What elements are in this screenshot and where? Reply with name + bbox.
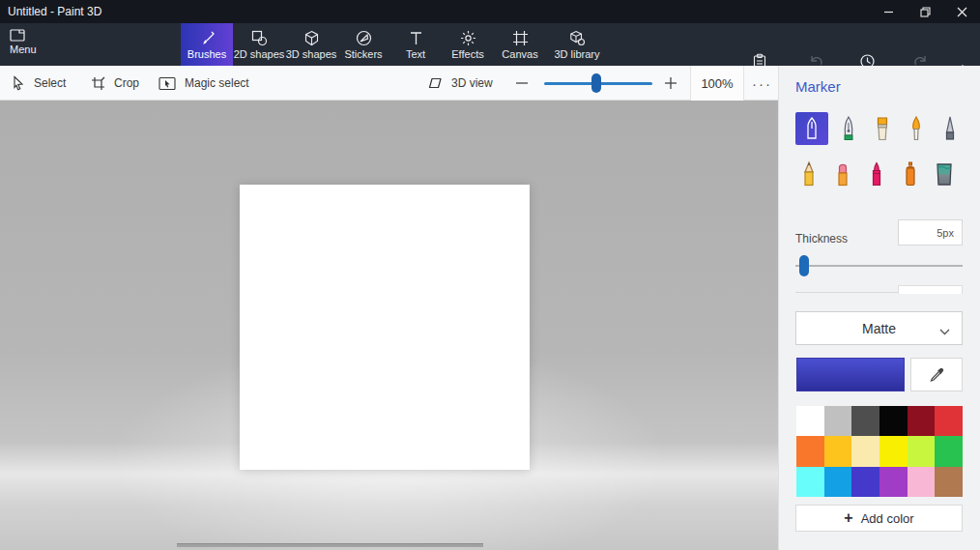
zoom-slider-thumb[interactable] xyxy=(591,73,601,93)
stickers-icon xyxy=(356,30,372,46)
menu-label: Menu xyxy=(10,43,37,55)
palette-swatch[interactable] xyxy=(908,406,936,436)
plus-icon: + xyxy=(844,510,852,526)
eyedropper-icon xyxy=(929,367,944,383)
watercolour-icon xyxy=(906,115,927,142)
palette-swatch[interactable] xyxy=(824,436,852,466)
palette-swatch[interactable] xyxy=(935,467,963,497)
brush-eraser[interactable] xyxy=(829,158,856,190)
thickness-slider-track[interactable] xyxy=(795,265,963,267)
thickness-label: Thickness xyxy=(795,232,848,246)
menu-button[interactable]: Menu xyxy=(0,23,50,66)
minimize-icon xyxy=(883,7,894,17)
brush-oil-brush[interactable] xyxy=(869,112,896,145)
crop-tool[interactable]: Crop xyxy=(91,66,139,101)
palette-swatch[interactable] xyxy=(824,406,852,436)
palette-swatch[interactable] xyxy=(851,406,879,436)
palette-swatch[interactable] xyxy=(796,406,824,436)
ribbon-toolbar: Menu Brushes 2D shapes 3D shapes Sticker… xyxy=(0,23,980,66)
minus-icon xyxy=(515,76,529,90)
thickness-input[interactable]: 5px xyxy=(898,219,963,246)
zoom-in-button[interactable] xyxy=(661,66,680,101)
eraser-icon xyxy=(832,160,853,188)
opacity-input-partial xyxy=(898,285,963,294)
magic-select-label: Magic select xyxy=(185,76,249,90)
current-color-swatch[interactable] xyxy=(796,358,905,391)
chevron-down-icon xyxy=(939,323,950,338)
ellipsis-icon: ··· xyxy=(752,75,772,92)
palette-swatch[interactable] xyxy=(851,467,879,497)
zoom-value: 100% xyxy=(701,76,733,91)
tab-effects[interactable]: Effects xyxy=(442,23,494,66)
zoom-slider[interactable] xyxy=(544,66,652,101)
magic-select-tool[interactable]: Magic select xyxy=(159,66,249,101)
crop-label: Crop xyxy=(114,76,139,90)
tab-text[interactable]: Text xyxy=(389,23,442,66)
brush-pencil[interactable] xyxy=(795,158,822,190)
3d-library-icon xyxy=(569,30,586,46)
tab-brushes[interactable]: Brushes xyxy=(181,23,233,66)
zoom-out-button[interactable] xyxy=(512,66,532,101)
ribbon-tabs: Brushes 2D shapes 3D shapes Stickers Tex… xyxy=(181,23,608,66)
eyedropper-button[interactable] xyxy=(910,358,963,391)
window-title: Untitled - Paint 3D xyxy=(8,5,101,18)
palette-swatch[interactable] xyxy=(796,467,824,497)
palette-swatch[interactable] xyxy=(851,436,879,466)
palette-swatch[interactable] xyxy=(908,436,936,466)
brush-marker[interactable] xyxy=(795,112,828,145)
workspace xyxy=(0,101,778,550)
marker-icon xyxy=(801,116,822,141)
oil-brush-icon xyxy=(872,115,893,142)
finish-selected-value: Matte xyxy=(862,321,896,336)
horizontal-scrollbar[interactable] xyxy=(177,543,483,547)
minimize-button[interactable] xyxy=(872,0,905,23)
maximize-button[interactable] xyxy=(908,0,941,23)
brush-watercolour[interactable] xyxy=(903,112,930,145)
tab-3d-library[interactable]: 3D library xyxy=(546,23,608,66)
calligraphy-pen-icon xyxy=(838,115,859,142)
crop-icon xyxy=(91,76,105,91)
brush-spray-can[interactable] xyxy=(897,158,924,190)
palette-swatch[interactable] xyxy=(935,436,963,466)
brush-pixel-pen[interactable] xyxy=(937,112,964,145)
spray-can-icon xyxy=(900,160,921,188)
palette-swatch[interactable] xyxy=(824,467,852,497)
tab-canvas[interactable]: Canvas xyxy=(494,23,546,66)
tab-2d-shapes[interactable]: 2D shapes xyxy=(233,23,285,66)
canvas-icon xyxy=(512,30,529,46)
palette-swatch[interactable] xyxy=(879,406,908,436)
tab-label: Brushes xyxy=(187,48,226,60)
brush-fill[interactable] xyxy=(931,158,958,190)
close-button[interactable] xyxy=(945,0,978,23)
tab-3d-shapes[interactable]: 3D shapes xyxy=(285,23,337,66)
3d-view-label: 3D view xyxy=(451,76,493,90)
text-icon xyxy=(408,30,424,46)
section-divider xyxy=(795,292,898,293)
3d-view-icon xyxy=(425,76,443,90)
select-cursor-icon xyxy=(12,75,25,91)
zoom-percentage[interactable]: 100% xyxy=(690,66,744,101)
palette-swatch[interactable] xyxy=(908,467,936,497)
3d-shapes-icon xyxy=(303,30,320,46)
thickness-slider[interactable] xyxy=(795,255,963,276)
finish-dropdown[interactable]: Matte xyxy=(795,311,963,345)
tab-label: Effects xyxy=(451,48,483,60)
more-options-button[interactable]: ··· xyxy=(746,66,778,101)
palette-swatch[interactable] xyxy=(796,436,824,466)
2d-shapes-icon xyxy=(251,30,268,46)
add-color-button[interactable]: + Add color xyxy=(795,505,963,532)
brush-row-1 xyxy=(795,112,964,145)
drawing-canvas[interactable] xyxy=(240,185,530,470)
brush-calligraphy-pen[interactable] xyxy=(835,112,862,145)
select-tool[interactable]: Select xyxy=(12,66,66,101)
add-color-label: Add color xyxy=(861,511,914,526)
palette-swatch[interactable] xyxy=(879,436,908,466)
palette-swatch[interactable] xyxy=(879,467,908,497)
tab-stickers[interactable]: Stickers xyxy=(337,23,389,66)
close-icon xyxy=(957,7,967,17)
thickness-slider-thumb[interactable] xyxy=(799,255,809,276)
brush-crayon[interactable] xyxy=(863,158,890,190)
palette-swatch[interactable] xyxy=(935,406,963,436)
crayon-icon xyxy=(866,160,887,188)
3d-view-toggle[interactable]: 3D view xyxy=(425,66,493,101)
